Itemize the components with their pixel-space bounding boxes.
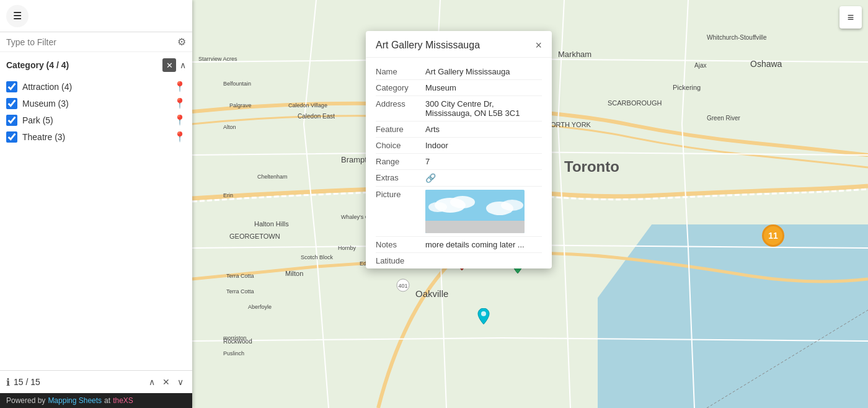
category-checkbox-attraction[interactable]	[6, 81, 17, 92]
svg-rect-21	[425, 224, 525, 233]
popup-close-button[interactable]: ×	[535, 40, 542, 51]
popup-row-picture: Picture	[376, 187, 542, 237]
category-section: Category (4 / 4) ✕ ∧ Attraction (4) 📍 Mu…	[0, 52, 192, 218]
popup-value-notes: more details coming later ...	[425, 240, 542, 249]
popup-row-feature: Feature Arts	[376, 122, 542, 138]
popup-label-feature: Feature	[376, 125, 419, 134]
branding-bar: Powered by Mapping Sheets at theXS	[0, 393, 192, 408]
popup-label-choice: Choice	[376, 141, 419, 150]
filter-input[interactable]	[6, 37, 174, 47]
pagination-text: 15 / 15	[14, 377, 143, 387]
theatre-pin-icon: 📍	[174, 131, 186, 143]
popup-label-address: Address	[376, 99, 419, 118]
popup-row-extras: Extras 🔗	[376, 170, 542, 187]
cluster-marker[interactable]: 11	[762, 224, 784, 247]
popup-value-choice: Indoor	[425, 141, 542, 150]
footer-controls: ∧ ✕ ∨	[146, 376, 186, 388]
popup-row-notes: Notes more details coming later ...	[376, 237, 542, 253]
branding-at-text: at	[104, 396, 110, 405]
sidebar: ☰ ⚙ Category (4 / 4) ✕ ∧ Attraction (4) …	[0, 0, 192, 408]
popup-row-latitude: Latitude	[376, 253, 542, 268]
menu-button[interactable]: ☰	[6, 5, 29, 27]
popup-value-feature: Arts	[425, 125, 542, 134]
category-checkbox-park[interactable]	[6, 115, 17, 126]
category-controls: ✕ ∧	[162, 58, 186, 72]
category-label-theatre[interactable]: Theatre (3)	[22, 132, 169, 142]
popup-label-extras: Extras	[376, 173, 419, 183]
svg-point-17	[450, 196, 475, 208]
popup-title: Art Gallery Mississauga	[376, 40, 480, 51]
category-item-attraction: Attraction (4) 📍	[6, 78, 186, 95]
popup-row-category: Category Museum	[376, 80, 542, 96]
category-checkbox-museum[interactable]	[6, 98, 17, 109]
footer-clear-btn[interactable]: ✕	[160, 376, 172, 388]
svg-point-13	[481, 311, 486, 316]
thexs-link[interactable]: theXS	[113, 396, 133, 405]
filter-row: ⚙	[0, 32, 192, 52]
category-item-museum: Museum (3) 📍	[6, 95, 186, 112]
category-label-park[interactable]: Park (5)	[22, 115, 169, 125]
popup-label-range: Range	[376, 157, 419, 166]
popup-value-range: 7	[425, 157, 542, 166]
branding-powered-text: Powered by	[6, 396, 45, 405]
map-list-icon[interactable]: ≡	[839, 6, 862, 29]
category-checkbox-theatre[interactable]	[6, 131, 17, 143]
water-body	[598, 224, 868, 408]
category-header: Category (4 / 4) ✕ ∧	[6, 58, 186, 72]
mapping-sheets-link[interactable]: Mapping Sheets	[48, 396, 102, 405]
popup-row-address: Address 300 City Centre Dr, Mississauga,…	[376, 96, 542, 122]
attraction-pin-icon: 📍	[174, 81, 186, 92]
popup-row-name: Name Art Gallery Mississauga	[376, 64, 542, 80]
svg-point-18	[428, 202, 447, 212]
map-container: 401 401 403 403 401 Mississauga Oakville…	[192, 0, 868, 408]
category-collapse-button[interactable]: ∧	[180, 60, 186, 70]
category-label-attraction[interactable]: Attraction (4)	[22, 82, 169, 92]
popup-value-extras-link[interactable]: 🔗	[425, 173, 542, 183]
popup-image	[425, 190, 525, 233]
map-area[interactable]: 401 401 403 403 401 Mississauga Oakville…	[192, 0, 868, 408]
popup-label-notes: Notes	[376, 240, 419, 249]
popup-value-address: 300 City Centre Dr, Mississauga, ON L5B …	[425, 99, 542, 118]
filter-icon[interactable]: ⚙	[177, 36, 186, 48]
popup-header: Art Gallery Mississauga ×	[366, 31, 552, 58]
popup: Art Gallery Mississauga × Name Art Galle…	[366, 31, 552, 268]
popup-value-category: Museum	[425, 83, 542, 92]
popup-value-latitude	[425, 256, 542, 265]
category-title: Category (4 / 4)	[6, 60, 69, 70]
popup-label-category: Category	[376, 83, 419, 92]
category-item-park: Park (5) 📍	[6, 112, 186, 128]
popup-row-choice: Choice Indoor	[376, 138, 542, 154]
popup-label-name: Name	[376, 67, 419, 76]
svg-point-20	[501, 200, 523, 211]
sidebar-footer: ℹ 15 / 15 ∧ ✕ ∨	[0, 370, 192, 393]
popup-row-range: Range 7	[376, 154, 542, 170]
popup-value-name: Art Gallery Mississauga	[425, 67, 542, 76]
museum-pin-icon: 📍	[174, 97, 186, 109]
category-label-museum[interactable]: Museum (3)	[22, 99, 169, 109]
popup-body: Name Art Gallery Mississauga Category Mu…	[366, 58, 552, 268]
popup-label-picture: Picture	[376, 190, 419, 233]
popup-label-latitude: Latitude	[376, 256, 419, 265]
info-icon: ℹ	[6, 376, 10, 388]
footer-expand-btn[interactable]: ∨	[175, 376, 186, 388]
sidebar-header: ☰	[0, 0, 192, 32]
park-pin-icon: 📍	[174, 114, 186, 126]
map-pin-teal[interactable]	[477, 308, 490, 324]
footer-collapse-btn[interactable]: ∧	[146, 376, 157, 388]
category-item-theatre: Theatre (3) 📍	[6, 128, 186, 145]
category-clear-button[interactable]: ✕	[162, 58, 176, 72]
